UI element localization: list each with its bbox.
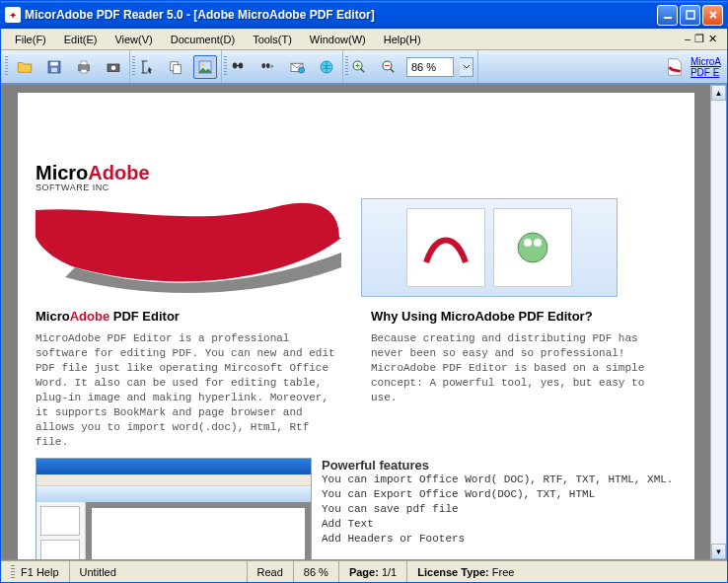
svg-point-26 — [534, 239, 542, 247]
right-column: Why Using MicroAdobe PDF Editor? Because… — [371, 309, 677, 450]
mdi-close-button[interactable]: ✕ — [708, 33, 717, 45]
feature-item: You can save pdf file — [322, 502, 673, 517]
pdf-icon — [663, 55, 687, 79]
zoom-input[interactable]: 86 % — [406, 57, 454, 77]
status-zoom: 86 % — [294, 561, 339, 582]
side-link-1[interactable]: MicroA — [691, 56, 721, 67]
features-list: Powerful features You can import Office … — [322, 458, 673, 559]
svg-rect-16 — [237, 64, 240, 66]
brand-part2: Adobe — [88, 162, 149, 183]
close-button[interactable] — [702, 5, 723, 26]
svg-point-17 — [261, 62, 265, 67]
right-paragraph: Because creating and distributing PDF ha… — [371, 331, 677, 405]
svg-rect-1 — [687, 11, 694, 19]
content-area: MicroAdobe SOFTWARE INC — [1, 84, 727, 560]
mdi-minimize-button[interactable]: – — [685, 33, 691, 45]
print-button[interactable] — [72, 55, 96, 79]
app-window: ✦ MicorAdobe PDF Reader 5.0 - [Adobe Mic… — [0, 0, 728, 583]
mdi-controls: – ❐ ✕ — [685, 33, 721, 45]
pdf-page: MicroAdobe SOFTWARE INC — [18, 93, 694, 559]
left-heading: MicroAdobe PDF Editor — [36, 309, 341, 324]
statusbar: F1 Help Untitled Read 86 % Page: 1/1 Lic… — [1, 560, 727, 582]
copy-button[interactable] — [164, 55, 187, 79]
toolbar: 86 % MicroA PDF E — [1, 50, 727, 84]
svg-point-25 — [524, 239, 532, 247]
zoom-in-button[interactable] — [347, 55, 371, 79]
left-paragraph: MicroAdobe PDF Editor is a professional … — [36, 331, 341, 450]
svg-point-18 — [266, 62, 270, 67]
scroll-track[interactable] — [711, 101, 726, 544]
left-column: MicroAdobe PDF Editor MicroAdobe PDF Edi… — [36, 309, 341, 450]
side-links: MicroA PDF E — [657, 50, 727, 83]
minimize-button[interactable] — [657, 5, 678, 26]
status-mode: Read — [248, 561, 294, 582]
svg-rect-3 — [50, 61, 58, 65]
toolbar-group-zoom: 86 % — [343, 50, 478, 83]
camera-button[interactable] — [102, 55, 125, 79]
open-button[interactable] — [13, 55, 36, 79]
feature-item: You can Export Office Word(DOC), TXT, HT… — [322, 487, 673, 502]
brand-logo: MicroAdobe SOFTWARE INC — [36, 162, 677, 192]
swoosh-graphic — [36, 198, 341, 297]
scroll-up-button[interactable]: ▲ — [711, 85, 726, 101]
zoom-out-button[interactable] — [377, 55, 400, 79]
window-controls — [657, 5, 723, 26]
web-button[interactable] — [315, 55, 338, 79]
toolbar-group-select — [130, 50, 222, 83]
side-link-2[interactable]: PDF E — [691, 67, 721, 78]
status-help: F1 Help — [1, 561, 70, 582]
menu-tools[interactable]: Tools(T) — [245, 32, 300, 47]
mail-button[interactable] — [285, 55, 309, 79]
hero-preview — [361, 198, 618, 297]
svg-point-13 — [201, 63, 204, 66]
titlebar: ✦ MicorAdobe PDF Reader 5.0 - [Adobe Mic… — [1, 1, 727, 29]
svg-point-9 — [111, 65, 116, 70]
document-viewport[interactable]: MicroAdobe SOFTWARE INC — [2, 85, 710, 559]
find-next-button[interactable] — [255, 55, 279, 79]
app-icon: ✦ — [5, 7, 21, 23]
svg-rect-7 — [81, 69, 87, 73]
menu-view[interactable]: View(V) — [107, 32, 160, 47]
menu-file[interactable]: File(F) — [7, 32, 54, 47]
maximize-button[interactable] — [680, 5, 700, 26]
image-select-button[interactable] — [193, 55, 217, 79]
text-select-button[interactable] — [134, 55, 158, 79]
menu-help[interactable]: Help(H) — [376, 32, 429, 47]
menu-window[interactable]: Window(W) — [302, 32, 374, 47]
svg-rect-6 — [81, 61, 87, 65]
vertical-scrollbar[interactable]: ▲ ▼ — [710, 85, 726, 559]
status-docname: Untitled — [70, 561, 248, 582]
toolbar-group-find — [222, 50, 343, 83]
zoom-value: 86 % — [411, 61, 436, 73]
status-license: License Type: Free — [407, 561, 524, 582]
right-heading: Why Using MicroAdobe PDF Editor? — [371, 309, 677, 324]
svg-rect-4 — [51, 67, 57, 72]
menu-document[interactable]: Document(D) — [163, 32, 243, 47]
find-button[interactable] — [226, 55, 250, 79]
window-title: MicorAdobe PDF Reader 5.0 - [Adobe Micro… — [25, 8, 657, 22]
svg-point-20 — [299, 67, 305, 73]
feature-item: Add Text — [322, 517, 673, 532]
hero-graphics — [36, 198, 677, 297]
lower-section: Powerful features You can import Office … — [36, 458, 677, 559]
menu-edit[interactable]: Edit(E) — [56, 32, 106, 47]
feature-item: You can import Office Word( DOC), RTF, T… — [322, 473, 673, 487]
status-page: Page: 1/1 — [339, 561, 407, 582]
features-heading: Powerful features — [322, 458, 673, 473]
menubar: File(F) Edit(E) View(V) Document(D) Tool… — [1, 29, 727, 50]
content-columns: MicroAdobe PDF Editor MicroAdobe PDF Edi… — [36, 309, 677, 450]
scroll-down-button[interactable]: ▼ — [711, 544, 726, 559]
brand-part1: Micro — [36, 162, 88, 183]
brand-subtitle: SOFTWARE INC — [36, 182, 677, 192]
screenshot-thumbnail — [36, 458, 312, 559]
zoom-dropdown-button[interactable] — [460, 57, 473, 77]
svg-point-24 — [518, 233, 547, 262]
mdi-restore-button[interactable]: ❐ — [694, 33, 704, 45]
feature-item: Add Headers or Footers — [322, 532, 673, 547]
save-button[interactable] — [42, 55, 66, 79]
svg-rect-0 — [664, 17, 672, 19]
toolbar-group-file — [1, 50, 130, 83]
svg-rect-11 — [174, 64, 182, 73]
